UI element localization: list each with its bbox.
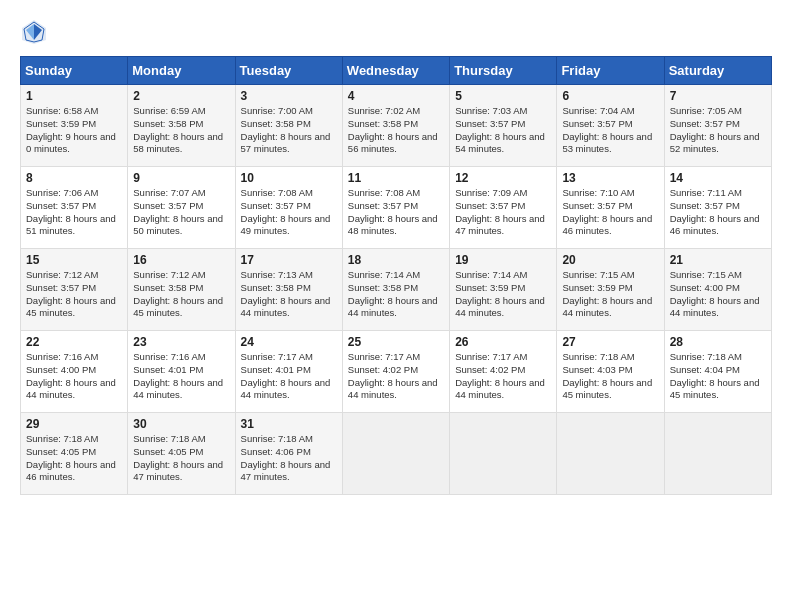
- day-info: Sunrise: 7:05 AM Sunset: 3:57 PM Dayligh…: [670, 105, 766, 156]
- day-info: Sunrise: 7:15 AM Sunset: 4:00 PM Dayligh…: [670, 269, 766, 320]
- day-info: Sunrise: 7:08 AM Sunset: 3:57 PM Dayligh…: [241, 187, 337, 238]
- day-number: 8: [26, 171, 122, 185]
- day-cell: [557, 413, 664, 495]
- day-cell: 20Sunrise: 7:15 AM Sunset: 3:59 PM Dayli…: [557, 249, 664, 331]
- day-number: 28: [670, 335, 766, 349]
- day-number: 16: [133, 253, 229, 267]
- day-info: Sunrise: 7:12 AM Sunset: 3:58 PM Dayligh…: [133, 269, 229, 320]
- day-info: Sunrise: 7:13 AM Sunset: 3:58 PM Dayligh…: [241, 269, 337, 320]
- day-info: Sunrise: 7:00 AM Sunset: 3:58 PM Dayligh…: [241, 105, 337, 156]
- day-cell: 10Sunrise: 7:08 AM Sunset: 3:57 PM Dayli…: [235, 167, 342, 249]
- day-info: Sunrise: 7:18 AM Sunset: 4:03 PM Dayligh…: [562, 351, 658, 402]
- day-cell: 21Sunrise: 7:15 AM Sunset: 4:00 PM Dayli…: [664, 249, 771, 331]
- day-number: 15: [26, 253, 122, 267]
- day-info: Sunrise: 7:12 AM Sunset: 3:57 PM Dayligh…: [26, 269, 122, 320]
- day-number: 2: [133, 89, 229, 103]
- day-cell: [342, 413, 449, 495]
- day-number: 23: [133, 335, 229, 349]
- day-info: Sunrise: 7:18 AM Sunset: 4:05 PM Dayligh…: [26, 433, 122, 484]
- day-number: 6: [562, 89, 658, 103]
- weekday-header-monday: Monday: [128, 57, 235, 85]
- day-cell: 31Sunrise: 7:18 AM Sunset: 4:06 PM Dayli…: [235, 413, 342, 495]
- day-cell: [450, 413, 557, 495]
- day-info: Sunrise: 7:08 AM Sunset: 3:57 PM Dayligh…: [348, 187, 444, 238]
- day-number: 7: [670, 89, 766, 103]
- week-row-1: 1Sunrise: 6:58 AM Sunset: 3:59 PM Daylig…: [21, 85, 772, 167]
- day-cell: 25Sunrise: 7:17 AM Sunset: 4:02 PM Dayli…: [342, 331, 449, 413]
- day-cell: 9Sunrise: 7:07 AM Sunset: 3:57 PM Daylig…: [128, 167, 235, 249]
- day-cell: 17Sunrise: 7:13 AM Sunset: 3:58 PM Dayli…: [235, 249, 342, 331]
- day-cell: 28Sunrise: 7:18 AM Sunset: 4:04 PM Dayli…: [664, 331, 771, 413]
- day-cell: 13Sunrise: 7:10 AM Sunset: 3:57 PM Dayli…: [557, 167, 664, 249]
- weekday-header-row: SundayMondayTuesdayWednesdayThursdayFrid…: [21, 57, 772, 85]
- day-info: Sunrise: 7:15 AM Sunset: 3:59 PM Dayligh…: [562, 269, 658, 320]
- day-cell: 8Sunrise: 7:06 AM Sunset: 3:57 PM Daylig…: [21, 167, 128, 249]
- day-cell: 19Sunrise: 7:14 AM Sunset: 3:59 PM Dayli…: [450, 249, 557, 331]
- day-number: 14: [670, 171, 766, 185]
- day-info: Sunrise: 7:14 AM Sunset: 3:59 PM Dayligh…: [455, 269, 551, 320]
- day-number: 3: [241, 89, 337, 103]
- day-number: 4: [348, 89, 444, 103]
- day-info: Sunrise: 7:11 AM Sunset: 3:57 PM Dayligh…: [670, 187, 766, 238]
- weekday-header-friday: Friday: [557, 57, 664, 85]
- day-info: Sunrise: 7:14 AM Sunset: 3:58 PM Dayligh…: [348, 269, 444, 320]
- day-info: Sunrise: 7:04 AM Sunset: 3:57 PM Dayligh…: [562, 105, 658, 156]
- day-info: Sunrise: 7:06 AM Sunset: 3:57 PM Dayligh…: [26, 187, 122, 238]
- day-number: 27: [562, 335, 658, 349]
- day-number: 25: [348, 335, 444, 349]
- day-cell: 6Sunrise: 7:04 AM Sunset: 3:57 PM Daylig…: [557, 85, 664, 167]
- day-cell: 12Sunrise: 7:09 AM Sunset: 3:57 PM Dayli…: [450, 167, 557, 249]
- day-number: 10: [241, 171, 337, 185]
- day-cell: 30Sunrise: 7:18 AM Sunset: 4:05 PM Dayli…: [128, 413, 235, 495]
- day-cell: 27Sunrise: 7:18 AM Sunset: 4:03 PM Dayli…: [557, 331, 664, 413]
- header: [20, 18, 772, 46]
- logo-icon: [20, 18, 48, 46]
- weekday-header-sunday: Sunday: [21, 57, 128, 85]
- day-number: 29: [26, 417, 122, 431]
- logo: [20, 18, 52, 46]
- day-cell: 2Sunrise: 6:59 AM Sunset: 3:58 PM Daylig…: [128, 85, 235, 167]
- week-row-4: 22Sunrise: 7:16 AM Sunset: 4:00 PM Dayli…: [21, 331, 772, 413]
- day-info: Sunrise: 7:10 AM Sunset: 3:57 PM Dayligh…: [562, 187, 658, 238]
- day-cell: 29Sunrise: 7:18 AM Sunset: 4:05 PM Dayli…: [21, 413, 128, 495]
- day-info: Sunrise: 7:17 AM Sunset: 4:02 PM Dayligh…: [455, 351, 551, 402]
- day-number: 31: [241, 417, 337, 431]
- day-number: 19: [455, 253, 551, 267]
- day-number: 26: [455, 335, 551, 349]
- day-info: Sunrise: 7:18 AM Sunset: 4:04 PM Dayligh…: [670, 351, 766, 402]
- day-number: 17: [241, 253, 337, 267]
- day-number: 20: [562, 253, 658, 267]
- day-info: Sunrise: 7:16 AM Sunset: 4:00 PM Dayligh…: [26, 351, 122, 402]
- week-row-5: 29Sunrise: 7:18 AM Sunset: 4:05 PM Dayli…: [21, 413, 772, 495]
- day-cell: 23Sunrise: 7:16 AM Sunset: 4:01 PM Dayli…: [128, 331, 235, 413]
- day-number: 18: [348, 253, 444, 267]
- day-cell: 16Sunrise: 7:12 AM Sunset: 3:58 PM Dayli…: [128, 249, 235, 331]
- day-number: 24: [241, 335, 337, 349]
- day-info: Sunrise: 7:16 AM Sunset: 4:01 PM Dayligh…: [133, 351, 229, 402]
- day-number: 30: [133, 417, 229, 431]
- day-number: 21: [670, 253, 766, 267]
- day-number: 5: [455, 89, 551, 103]
- day-cell: [664, 413, 771, 495]
- day-info: Sunrise: 7:03 AM Sunset: 3:57 PM Dayligh…: [455, 105, 551, 156]
- day-number: 9: [133, 171, 229, 185]
- weekday-header-thursday: Thursday: [450, 57, 557, 85]
- day-info: Sunrise: 6:58 AM Sunset: 3:59 PM Dayligh…: [26, 105, 122, 156]
- day-cell: 14Sunrise: 7:11 AM Sunset: 3:57 PM Dayli…: [664, 167, 771, 249]
- day-info: Sunrise: 7:07 AM Sunset: 3:57 PM Dayligh…: [133, 187, 229, 238]
- main-container: SundayMondayTuesdayWednesdayThursdayFrid…: [0, 0, 792, 505]
- day-cell: 3Sunrise: 7:00 AM Sunset: 3:58 PM Daylig…: [235, 85, 342, 167]
- day-cell: 18Sunrise: 7:14 AM Sunset: 3:58 PM Dayli…: [342, 249, 449, 331]
- day-cell: 26Sunrise: 7:17 AM Sunset: 4:02 PM Dayli…: [450, 331, 557, 413]
- week-row-2: 8Sunrise: 7:06 AM Sunset: 3:57 PM Daylig…: [21, 167, 772, 249]
- day-info: Sunrise: 7:18 AM Sunset: 4:05 PM Dayligh…: [133, 433, 229, 484]
- day-cell: 4Sunrise: 7:02 AM Sunset: 3:58 PM Daylig…: [342, 85, 449, 167]
- day-info: Sunrise: 7:17 AM Sunset: 4:02 PM Dayligh…: [348, 351, 444, 402]
- weekday-header-saturday: Saturday: [664, 57, 771, 85]
- day-number: 1: [26, 89, 122, 103]
- day-cell: 15Sunrise: 7:12 AM Sunset: 3:57 PM Dayli…: [21, 249, 128, 331]
- day-info: Sunrise: 7:09 AM Sunset: 3:57 PM Dayligh…: [455, 187, 551, 238]
- day-info: Sunrise: 7:17 AM Sunset: 4:01 PM Dayligh…: [241, 351, 337, 402]
- day-cell: 5Sunrise: 7:03 AM Sunset: 3:57 PM Daylig…: [450, 85, 557, 167]
- day-number: 12: [455, 171, 551, 185]
